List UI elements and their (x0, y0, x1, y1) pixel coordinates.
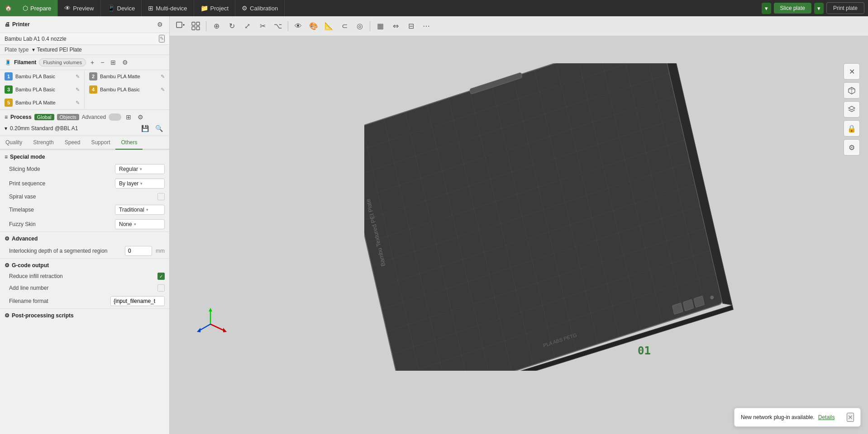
tab-multidevice[interactable]: ⊞ Multi-device (142, 0, 194, 16)
filament-edit-3[interactable]: ✎ (76, 87, 80, 93)
cut-button[interactable]: ✂ (255, 19, 270, 33)
rotate-button[interactable]: ↻ (224, 19, 239, 33)
filament-edit-4[interactable]: ✎ (161, 87, 165, 93)
gcode-icon: ⚙ (5, 262, 10, 269)
svg-rect-3 (192, 22, 195, 25)
filament-presets-button[interactable]: ⊞ (109, 58, 118, 67)
tab-calibration[interactable]: ⚙ Calibration (235, 0, 285, 16)
add-object-button[interactable] (173, 19, 188, 33)
notification-close-button[interactable]: ✕ (847, 413, 854, 422)
hollow-button[interactable]: ◎ (353, 19, 367, 33)
filament-edit-1[interactable]: ✎ (76, 74, 80, 80)
home-button[interactable]: 🏠 (0, 0, 16, 16)
tab-project[interactable]: 📁 Project (194, 0, 235, 16)
view-tool-1[interactable] (844, 82, 860, 99)
process-preset-row: ▾ 0.20mm Standard @BBL A1 💾 🔍 (5, 124, 165, 133)
grid-view-button[interactable] (189, 19, 203, 33)
tab-preview[interactable]: 👁 Preview (58, 0, 100, 16)
home-icon: 🏠 (5, 5, 12, 11)
process-settings-icon[interactable]: ⚙ (136, 113, 145, 122)
build-plate-svg: Bambu Textured PEI Plate PLA ABS PETG (364, 63, 735, 371)
print-dropdown-arrow[interactable]: ▾ (814, 3, 824, 14)
spiral-vase-checkbox[interactable] (157, 193, 165, 200)
axes-indicator (192, 306, 229, 344)
chevron-icon: ▾ (32, 47, 35, 53)
cube-icon (848, 86, 856, 94)
filament-remove-button[interactable]: − (99, 58, 106, 67)
slice-dropdown-arrow[interactable]: ▾ (762, 3, 771, 14)
build-plate: Bambu Textured PEI Plate PLA ABS PETG (364, 63, 735, 371)
preview-icon: 👁 (64, 5, 71, 12)
arrange-button[interactable]: ▦ (373, 19, 387, 33)
printer-edit-button[interactable]: ✎ (159, 35, 165, 42)
svg-marker-47 (223, 328, 227, 332)
global-tag[interactable]: Global (34, 114, 54, 120)
process-table-icon[interactable]: ⊞ (124, 113, 133, 122)
toolbar: ⊕ ↻ ⤢ ✂ ⌥ 👁 🎨 📐 ⊂ ◎ ▦ ⇔ ⊟ ⋯ (170, 16, 868, 36)
print-sequence-dropdown[interactable]: By layer ▾ (115, 179, 165, 189)
view-tool-2[interactable] (844, 101, 860, 118)
multidevice-icon: ⊞ (148, 5, 153, 12)
lock-button[interactable]: 🔒 (844, 120, 860, 137)
align-button[interactable]: ⊟ (404, 19, 418, 33)
objects-tag[interactable]: Objects (57, 114, 79, 120)
tab-quality[interactable]: Quality (0, 136, 28, 150)
timelapse-dropdown[interactable]: Traditional ▾ (115, 205, 165, 215)
flushing-volumes-button[interactable]: Flushing volumes (39, 58, 86, 66)
interlocking-depth-input[interactable] (125, 246, 152, 256)
notification-text: New network plug-in available. (741, 414, 815, 420)
tab-others[interactable]: Others (115, 136, 143, 150)
svg-marker-45 (209, 308, 212, 311)
filename-format-input[interactable] (110, 296, 165, 306)
process-layers-icon: ≡ (5, 114, 8, 120)
main-layout: 🖨 Printer ⚙ Bambu Lab A1 0.4 nozzle ✎ Pl… (0, 16, 868, 434)
fuzzy-skin-dropdown[interactable]: None ▾ (115, 219, 165, 229)
tab-strength[interactable]: Strength (28, 136, 59, 150)
plate-type-row: Plate type ▾ Textured PEI Plate (0, 45, 169, 55)
label-01: 01 (638, 344, 651, 357)
list-item: 2 Bambu PLA Matte ✎ (85, 70, 169, 83)
split-button[interactable]: ⊂ (337, 19, 352, 33)
fuzzy-skin-row: Fuzzy Skin None ▾ (0, 217, 169, 231)
filament-badge-4: 4 (89, 85, 97, 94)
filament-add-button[interactable]: + (89, 58, 96, 67)
close-view-button[interactable]: ✕ (844, 63, 860, 80)
view-button[interactable]: 👁 (291, 19, 305, 33)
slice-plate-button[interactable]: Slice plate (774, 3, 811, 14)
chevron-down-icon: ▾ (134, 222, 136, 226)
filament-edit-5[interactable]: ✎ (76, 100, 80, 106)
support-button[interactable]: ⌥ (271, 19, 285, 33)
color-button[interactable]: 🎨 (306, 19, 321, 33)
layers-icon (848, 105, 856, 113)
mirror-button[interactable]: ⇔ (388, 19, 403, 33)
preset-search-button[interactable]: 🔍 (153, 124, 165, 133)
notification-details-link[interactable]: Details (818, 414, 835, 420)
scale-button[interactable]: ⤢ (240, 19, 254, 33)
plate-type-value: ▾ Textured PEI Plate (32, 47, 81, 53)
3d-view[interactable]: Bambu Textured PEI Plate PLA ABS PETG (170, 36, 868, 434)
advanced-toggle[interactable] (109, 113, 121, 121)
filament-section-header: 🧵 Filament Flushing volumes + − ⊞ ⚙ (0, 55, 169, 70)
reduce-infill-checkbox[interactable]: ✓ (157, 273, 165, 280)
filament-edit-2[interactable]: ✎ (161, 74, 165, 80)
process-header: ≡ Process Global Objects Advanced ⊞ ⚙ (5, 113, 165, 122)
settings-scroll-area[interactable]: ≡ Special mode Slicing Mode Regular ▾ Pr… (0, 150, 169, 434)
measure-button[interactable]: 📐 (322, 19, 336, 33)
move-button[interactable]: ⊕ (209, 19, 224, 33)
tab-support[interactable]: Support (86, 136, 115, 150)
tab-prepare[interactable]: ⬡ Prepare (16, 0, 58, 16)
more-button[interactable]: ⋯ (419, 19, 434, 33)
filament-badge-2: 2 (89, 72, 97, 80)
add-line-number-checkbox[interactable] (157, 284, 165, 292)
project-icon: 📁 (200, 5, 208, 12)
gear-view-button[interactable]: ⚙ (844, 139, 860, 156)
print-plate-button[interactable]: Print plate (826, 2, 864, 14)
tab-speed[interactable]: Speed (59, 136, 86, 150)
slicing-mode-dropdown[interactable]: Regular ▾ (115, 164, 165, 174)
filament-settings-button[interactable]: ⚙ (120, 58, 130, 67)
process-section: ≡ Process Global Objects Advanced ⊞ ⚙ ▾ … (0, 110, 169, 136)
preset-save-button[interactable]: 💾 (139, 124, 151, 133)
printer-settings-button[interactable]: ⚙ (155, 20, 165, 29)
filament-badge-5: 5 (5, 99, 13, 107)
tab-device[interactable]: 📱 Device (101, 0, 142, 16)
